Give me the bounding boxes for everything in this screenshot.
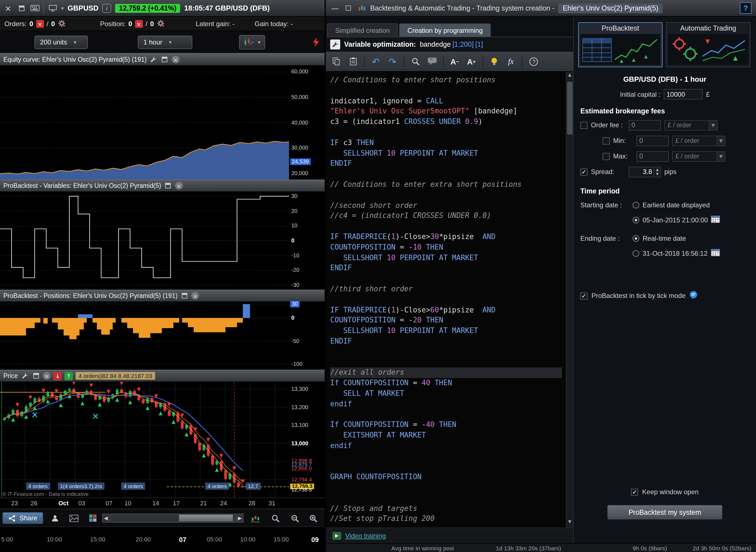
close-icon[interactable]: ×	[191, 292, 199, 300]
code-line[interactable]	[330, 86, 562, 96]
equity-chart[interactable]	[0, 65, 289, 179]
order-fee-unit-dropdown[interactable]: £ / order ▼	[664, 120, 718, 130]
restore-icon[interactable]	[17, 3, 26, 13]
code-line[interactable]: c3 = (indicator1 CROSSES UNDER 0.9)	[330, 117, 562, 127]
max-fee-input[interactable]	[636, 151, 669, 161]
code-line[interactable]: IF TRADEPRICE(1)-Close>30*pipsize AND	[330, 232, 562, 242]
help-icon[interactable]: ?	[740, 2, 752, 14]
code-line[interactable]: //c4 = (indicator1 CROSSES UNDER 0.0)	[330, 211, 562, 222]
units-dropdown[interactable]: 200 units ▾	[34, 35, 88, 49]
code-line[interactable]: SELL AT MARKET	[330, 389, 562, 399]
code-line[interactable]: endif	[330, 441, 562, 451]
tab-simplified-creation[interactable]: Simplified creation	[327, 23, 398, 37]
code-line[interactable]: COUNTOFPOSITION = -20 THEN	[330, 315, 562, 326]
buy-arrow-icon[interactable]: ↑	[64, 372, 73, 380]
zoom-in-button[interactable]	[307, 513, 319, 524]
code-line[interactable]	[330, 462, 562, 472]
code-line[interactable]: IF c3 THEN	[330, 138, 562, 148]
earliest-date-radio[interactable]	[633, 201, 639, 208]
end-date-value[interactable]: 31-Oct-2018 16:56:12	[643, 249, 708, 257]
spread-checkbox[interactable]: ✓	[580, 168, 588, 175]
orders-gear-icon[interactable]	[57, 19, 65, 29]
end-date-radio[interactable]	[633, 250, 639, 257]
restore-icon[interactable]	[164, 181, 172, 190]
start-date-value[interactable]: 05-Jan-2015 21:00:00	[643, 216, 708, 224]
wrench-icon[interactable]	[150, 55, 158, 63]
code-line[interactable]	[330, 451, 562, 462]
search-icon[interactable]	[408, 54, 423, 68]
code-line[interactable]: SELLSHORT 10 PERPOINT AT MARKET	[330, 326, 562, 336]
code-line[interactable]: If COUNTOFPOSITION = 40 THEN	[330, 378, 562, 389]
max-fee-checkbox[interactable]	[603, 153, 610, 160]
vertical-scrollbar[interactable]: ▲ ▼	[566, 72, 573, 528]
order-fee-input[interactable]	[629, 120, 661, 130]
zoom-out-button[interactable]	[289, 513, 301, 524]
code-line[interactable]	[330, 409, 562, 420]
code-line[interactable]	[330, 294, 562, 305]
restore-icon[interactable]	[161, 55, 169, 63]
code-line[interactable]	[330, 482, 562, 493]
code-line[interactable]: GRAPH COUNTOFPOSITION	[330, 472, 562, 483]
spinner-icons[interactable]: ▲▼	[654, 167, 660, 176]
initial-capital-input[interactable]	[664, 89, 703, 100]
start-date-radio[interactable]	[633, 217, 639, 223]
code-line[interactable]: ENDIF	[330, 263, 562, 274]
close-icon[interactable]: ×	[43, 372, 50, 380]
code-line[interactable]	[330, 127, 562, 138]
position-gear-icon[interactable]	[157, 19, 165, 29]
code-line[interactable]: ENDIF	[330, 336, 562, 347]
calendar-icon[interactable]	[711, 215, 720, 225]
code-line[interactable]: If COUNTOFPOSITION = -40 THEN	[330, 420, 562, 430]
min-fee-checkbox[interactable]	[603, 137, 610, 144]
sell-arrow-icon[interactable]: ↓	[53, 372, 62, 380]
function-icon[interactable]: fx	[504, 54, 518, 68]
tab-automatic-trading[interactable]: Automatic Trading	[666, 22, 750, 67]
scrollbar-thumb[interactable]	[179, 515, 233, 521]
cancel-orders-icon[interactable]: ×	[36, 20, 44, 28]
code-line[interactable]: SELLSHORT 10 PERPOINT AT MARKET	[330, 253, 562, 263]
chart-type-button[interactable]: ▾	[239, 35, 265, 49]
redo-icon[interactable]: ↷	[385, 54, 400, 68]
code-line[interactable]	[330, 274, 562, 284]
help-icon[interactable]: ?	[526, 54, 541, 68]
chevron-down-icon[interactable]: ▾	[61, 5, 64, 11]
undo-icon[interactable]: ↶	[368, 54, 383, 68]
max-fee-unit-dropdown[interactable]: £ / order ▼	[672, 151, 725, 161]
account-icon[interactable]	[49, 513, 61, 524]
layout-icon[interactable]	[87, 513, 99, 524]
code-line[interactable]	[330, 357, 562, 368]
minimize-icon[interactable]: —	[330, 3, 340, 13]
code-line[interactable]: indicator1, ignored = CALL	[330, 96, 562, 107]
maximize-icon[interactable]	[343, 3, 353, 13]
close-icon[interactable]: ×	[3, 3, 13, 13]
restore-icon[interactable]	[180, 292, 189, 300]
scrollbar-thumb[interactable]	[567, 82, 573, 135]
varopt-range[interactable]: [1;200]	[452, 40, 474, 48]
code-line[interactable]: //second short order	[330, 200, 562, 211]
fit-chart-icon[interactable]	[249, 513, 261, 524]
code-line[interactable]: endif	[330, 399, 562, 409]
realtime-date-option[interactable]: Real-time date	[643, 234, 686, 242]
comment-icon[interactable]: “	[425, 54, 439, 68]
scroll-down-icon[interactable]: ▼	[567, 519, 573, 527]
code-line[interactable]: // Conditions to enter extra short posit…	[330, 179, 562, 190]
min-fee-input[interactable]	[636, 135, 669, 146]
code-line[interactable]: ENDIF	[330, 159, 562, 169]
code-line[interactable]: //third short order	[330, 284, 562, 295]
earliest-date-option[interactable]: Earliest date displayed	[643, 201, 710, 209]
code-line[interactable]: // Stops and targets	[330, 503, 562, 514]
code-line[interactable]: // Conditions to enter short positions	[330, 75, 562, 86]
code-line[interactable]	[330, 169, 562, 179]
chart-selector-icon[interactable]	[48, 3, 57, 13]
code-line[interactable]: IF TRADEPRICE(1)-Close>60*pipsize AND	[330, 305, 562, 315]
order-fee-checkbox[interactable]	[580, 122, 588, 129]
font-smaller-icon[interactable]: A−	[447, 54, 462, 68]
spread-stepper[interactable]: 3.8 ▲▼	[629, 166, 661, 177]
close-position-icon[interactable]: ×	[135, 20, 143, 28]
lightbulb-icon[interactable]	[487, 54, 501, 68]
code-line[interactable]	[330, 221, 562, 232]
spread-value[interactable]: 3.8	[629, 168, 654, 176]
wrench-icon[interactable]	[21, 372, 29, 380]
varopt-step[interactable]: [1]	[475, 40, 483, 48]
video-training-link[interactable]: Video training	[345, 532, 386, 540]
